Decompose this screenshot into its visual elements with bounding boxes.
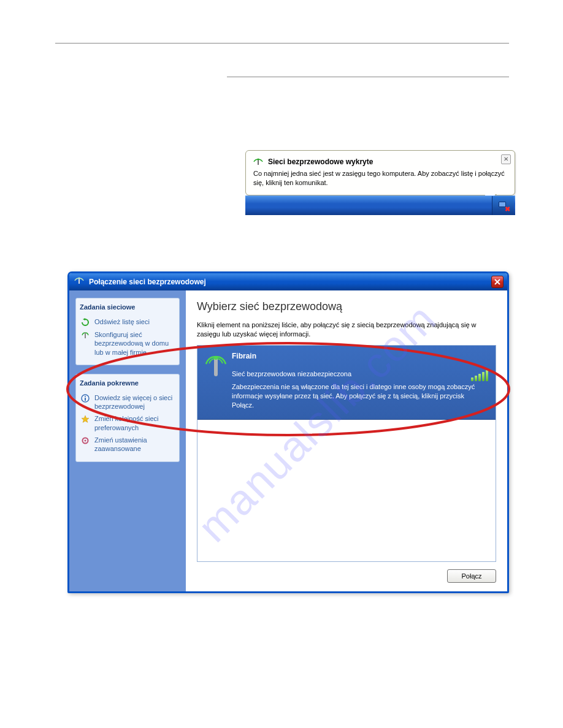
- network-description: Zabezpieczenia nie są włączone dla tej s…: [232, 382, 487, 411]
- balloon-body: Co najmniej jedna sieć jest w zasięgu te…: [253, 169, 507, 188]
- titlebar[interactable]: Połączenie sieci bezprzewodowej: [69, 273, 507, 290]
- star-icon: [81, 415, 91, 423]
- signal-strength-icon: [471, 370, 488, 381]
- connect-button[interactable]: Połącz: [447, 569, 496, 583]
- horizontal-rule-top: [55, 43, 509, 44]
- gear-icon: [81, 436, 91, 445]
- link-label: Odśwież listę sieci: [94, 317, 150, 326]
- wireless-connection-window: Połączenie sieci bezprzewodowej Zadania …: [67, 271, 509, 593]
- wireless-icon: [253, 157, 263, 167]
- horizontal-rule-sub: [227, 77, 509, 77]
- svg-point-9: [85, 440, 86, 442]
- refresh-list-link[interactable]: Odśwież listę sieci: [80, 316, 175, 328]
- link-label: Zmień kolejność sieci preferowanych: [94, 414, 174, 432]
- refresh-icon: [81, 318, 91, 327]
- main-subtext: Kliknij element na poniższej liście, aby…: [197, 320, 496, 339]
- network-ssid: Fibrain: [232, 352, 487, 360]
- network-item[interactable]: Fibrain Sieć bezprzewodowa niezabezpiecz…: [197, 346, 496, 420]
- network-list: Fibrain Sieć bezprzewodowa niezabezpiecz…: [197, 345, 496, 562]
- svg-point-11: [214, 356, 218, 360]
- antenna-icon: [81, 331, 91, 339]
- balloon-close-button[interactable]: ✕: [501, 154, 511, 164]
- svg-rect-6: [85, 398, 86, 401]
- system-tray[interactable]: ✖: [492, 196, 514, 215]
- info-icon: [81, 394, 91, 403]
- notification-group: Sieci bezprzewodowe wykryte Co najmniej …: [245, 150, 515, 215]
- network-tasks-panel: Zadania sieciowe Odśwież listę sieci: [75, 298, 180, 365]
- link-label: Skonfiguruj sieć bezprzewodową w domu lu…: [94, 330, 174, 357]
- related-tasks-panel: Zadania pokrewne Dowiedz się więcej o si…: [75, 374, 180, 462]
- learn-more-link[interactable]: Dowiedz się więcej o sieci bezprzewodowe…: [80, 392, 175, 413]
- notification-balloon[interactable]: Sieci bezprzewodowe wykryte Co najmniej …: [245, 150, 515, 195]
- panel-title: Zadania sieciowe: [80, 303, 175, 311]
- svg-rect-4: [85, 333, 86, 338]
- antenna-icon: [204, 352, 228, 379]
- change-order-link[interactable]: Zmień kolejność sieci preferowanych: [80, 412, 175, 434]
- main-heading: Wybierz sieć bezprzewodową: [197, 300, 496, 313]
- advanced-settings-link[interactable]: Zmień ustawienia zaawansowane: [80, 434, 175, 455]
- link-label: Zmień ustawienia zaawansowane: [94, 436, 174, 453]
- balloon-title: Sieci bezprzewodowe wykryte: [268, 157, 373, 166]
- sidebar: Zadania sieciowe Odśwież listę sieci: [69, 290, 186, 591]
- svg-point-1: [258, 159, 259, 161]
- window-close-button[interactable]: [491, 276, 504, 288]
- network-status: Sieć bezprzewodowa niezabezpieczona: [232, 370, 487, 377]
- svg-point-3: [79, 278, 80, 279]
- panel-title: Zadania pokrewne: [80, 379, 175, 387]
- button-bar: Połącz: [197, 562, 496, 583]
- taskbar: ✖: [245, 195, 515, 215]
- svg-point-7: [85, 396, 86, 397]
- link-label: Dowiedz się więcej o sieci bezprzewodowe…: [94, 393, 174, 411]
- svg-rect-10: [214, 358, 218, 376]
- main-content: Wybierz sieć bezprzewodową Kliknij eleme…: [186, 290, 507, 591]
- setup-network-link[interactable]: Skonfiguruj sieć bezprzewodową w domu lu…: [80, 328, 175, 358]
- wireless-tray-icon[interactable]: ✖: [498, 200, 509, 210]
- window-title: Połączenie sieci bezprzewodowej: [89, 278, 206, 286]
- wireless-icon: [74, 276, 84, 287]
